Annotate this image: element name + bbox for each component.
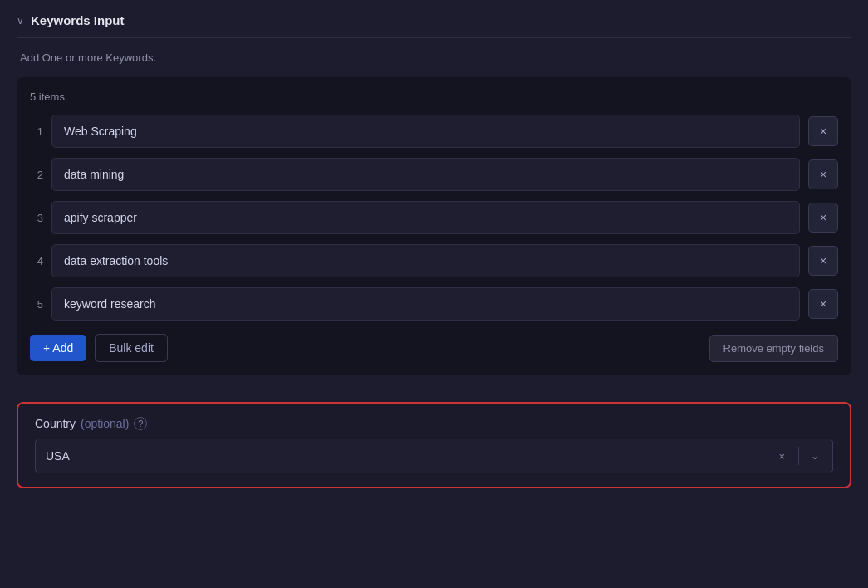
keyword-row: 1× <box>30 115 838 148</box>
keyword-rows: 1×2×3×4×5× <box>30 115 838 321</box>
dropdown-icon[interactable]: ⌄ <box>807 448 822 463</box>
divider <box>798 447 799 465</box>
section-title: Keywords Input <box>31 13 125 27</box>
keyword-input[interactable] <box>51 244 800 277</box>
row-number: 5 <box>30 298 43 311</box>
chevron-down-icon: ∨ <box>17 15 24 27</box>
remove-keyword-button[interactable]: × <box>808 116 838 146</box>
keyword-input[interactable] <box>51 287 800 321</box>
keyword-row: 3× <box>30 201 838 234</box>
row-number: 2 <box>30 169 43 181</box>
keyword-row: 2× <box>30 158 838 191</box>
items-container: 5 items 1×2×3×4×5× + Add Bulk edit Remov… <box>17 77 851 375</box>
remove-keyword-button[interactable]: × <box>808 203 838 233</box>
help-icon[interactable]: ? <box>134 417 147 430</box>
country-value: USA <box>46 449 773 463</box>
section-header: ∨ Keywords Input <box>17 13 851 38</box>
remove-keyword-button[interactable]: × <box>808 289 838 319</box>
page-container: ∨ Keywords Input Add One or more Keyword… <box>0 0 868 588</box>
actions-row: + Add Bulk edit Remove empty fields <box>30 334 838 362</box>
row-number: 3 <box>30 212 43 224</box>
keyword-row: 4× <box>30 244 838 277</box>
country-label: Country (optional) ? <box>35 417 833 430</box>
remove-keyword-button[interactable]: × <box>808 246 838 276</box>
row-number: 4 <box>30 255 43 267</box>
clear-country-icon[interactable]: × <box>773 448 790 464</box>
country-label-text: Country <box>35 417 76 430</box>
keyword-input[interactable] <box>51 115 800 148</box>
items-count: 5 items <box>30 91 838 103</box>
instruction-text: Add One or more Keywords. <box>17 51 851 64</box>
remove-keyword-button[interactable]: × <box>808 159 838 189</box>
keyword-input[interactable] <box>51 158 800 191</box>
add-button[interactable]: + Add <box>30 335 86 361</box>
remove-empty-button[interactable]: Remove empty fields <box>709 335 838 362</box>
country-section: Country (optional) ? USA × ⌄ <box>17 402 851 488</box>
country-select-wrapper[interactable]: USA × ⌄ <box>35 439 833 473</box>
row-number: 1 <box>30 125 43 138</box>
country-optional-text: (optional) <box>81 417 129 430</box>
bulk-edit-button[interactable]: Bulk edit <box>95 334 168 362</box>
keyword-row: 5× <box>30 287 838 321</box>
keyword-input[interactable] <box>51 201 800 234</box>
keywords-section: ∨ Keywords Input Add One or more Keyword… <box>0 0 868 389</box>
